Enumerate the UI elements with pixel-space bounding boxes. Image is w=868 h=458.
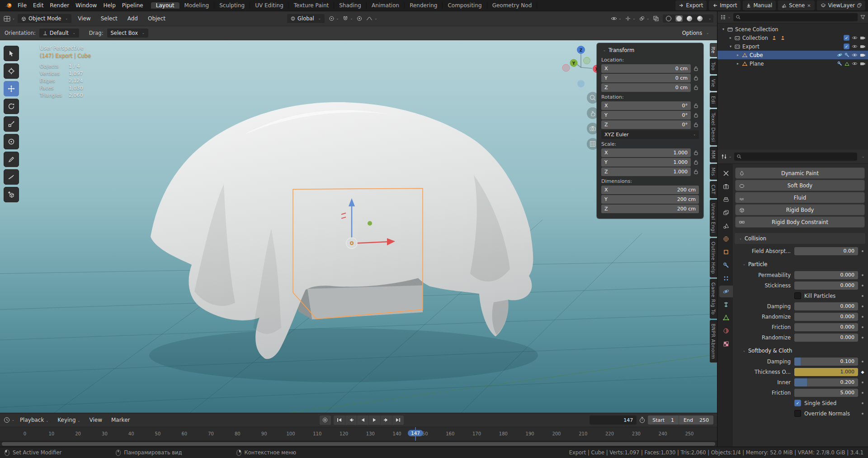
proportional-falloff-button[interactable]: ⌄ [366,16,377,21]
next-keyframe-button[interactable] [381,415,392,425]
sidebar-tab-edit[interactable]: Edi [710,92,717,108]
softbody-damping-slider[interactable]: 0.100 [794,358,858,366]
tab-view-layer[interactable] [719,207,733,219]
timeline-tick[interactable]: 130 [363,431,377,436]
timeline-tick[interactable]: 100 [284,431,297,436]
timeline-tick[interactable]: 20 [71,431,85,436]
tab-object[interactable] [719,246,733,258]
timeline-ruler[interactable]: 0102030405060708090100110120130140150160… [0,427,717,441]
options-dropdown[interactable]: Options ⌄ [679,29,712,38]
scene-unlink-icon[interactable]: ✕ [807,3,811,8]
menu-render[interactable]: Render [47,2,72,9]
rotation-z-field[interactable]: Z0° [601,120,691,129]
timeline-scrollbar[interactable] [0,441,717,447]
mode-dropdown[interactable]: Object Mode ⌄ [18,14,71,23]
timeline-tick[interactable]: 90 [257,431,271,436]
tab-material[interactable] [719,325,733,337]
start-frame-field[interactable]: Start1 [648,415,679,425]
stickiness-field[interactable]: 0.000 [794,281,858,290]
lock-icon[interactable] [693,103,699,108]
softbody-cloth-section-header[interactable]: ⌄ Softbody & Cloth [734,345,866,356]
tab-scene[interactable] [719,220,733,232]
animate-dot[interactable] [860,361,865,363]
tab-constraints[interactable] [719,299,733,310]
timeline-tick[interactable]: 10 [45,431,58,436]
collapse-chevron-icon[interactable]: ⌄ [603,49,606,52]
axis-neg-z-ball[interactable] [577,80,585,87]
animate-dot[interactable] [860,285,865,286]
shading-wireframe[interactable] [665,15,672,22]
render-camera-icon[interactable] [860,62,865,66]
timeline-tick[interactable]: 160 [443,431,457,436]
lock-icon[interactable] [693,160,699,165]
menu-file[interactable]: File [14,2,30,9]
particle-randomize-field[interactable]: 0.000 [794,313,858,321]
render-camera-icon[interactable] [860,36,865,40]
rigid-body-button[interactable]: Rigid Body [735,204,865,215]
animate-dot[interactable] [860,326,865,328]
timeline-tick[interactable]: 50 [151,431,165,436]
timeline-tick[interactable]: 140 [390,431,404,436]
exclude-checkbox[interactable]: ✓ [844,43,849,49]
outliner-search-input[interactable] [733,13,858,21]
animate-dot[interactable] [860,402,865,404]
viewport-canvas[interactable]: User Perspective (147) Export | Cube Obj… [0,40,717,413]
end-frame-field[interactable]: End250 [679,415,713,425]
timeline-tick[interactable]: 170 [470,431,484,436]
chevron-down-icon[interactable]: ⌄ [708,17,711,20]
animate-dot[interactable] [860,392,865,394]
hide-eye-icon[interactable] [852,44,858,48]
rotation-mode-dropdown[interactable]: XYZ Euler ⌄ [601,130,699,139]
export-button[interactable]: Export [675,0,707,10]
timeline-tick[interactable]: 40 [124,431,138,436]
tab-tool[interactable] [719,167,733,179]
outliner-row-plane[interactable]: ▸ Plane [717,59,868,68]
timeline-scrollbar-thumb[interactable] [2,442,715,446]
tool-measure[interactable] [4,169,19,185]
scale-x-field[interactable]: X1.000 [601,148,691,157]
menu-window[interactable]: Window [72,2,100,9]
location-z-field[interactable]: Z0 cm [601,83,691,92]
tool-add-cube[interactable] [4,187,19,202]
timeline-tick[interactable]: 70 [204,431,218,436]
tab-object-data[interactable] [719,312,733,324]
sidebar-tab-game-rig-tools[interactable]: Game Rig To [710,279,717,318]
drag-dropdown[interactable]: Select Box ⌄ [107,29,148,38]
shading-rendered[interactable] [696,15,703,22]
playhead-frame-badge[interactable]: 147 [408,430,423,436]
disclosure-icon[interactable]: ▸ [735,53,741,57]
lock-icon[interactable] [693,66,699,71]
disclosure-icon[interactable]: ▾ [727,44,734,48]
tab-particles[interactable] [719,272,733,284]
sidebar-tab-outline-help[interactable]: Outline Help [710,238,717,277]
outliner-editor-type-button[interactable]: ⌄ [720,14,731,20]
dynamic-paint-button[interactable]: Dynamic Paint [735,167,865,179]
sidebar-tab-view[interactable]: Vie [710,76,717,91]
tool-rotate[interactable] [4,99,19,114]
tab-texture[interactable] [719,338,733,350]
animate-dot[interactable] [860,274,865,276]
scale-z-field[interactable]: Z1.000 [601,167,691,176]
lock-icon[interactable] [693,169,699,174]
render-camera-icon[interactable] [860,53,865,57]
particle-section-header[interactable]: ⌄ Particle [734,259,866,270]
sidebar-tab-item[interactable]: Ite [710,43,717,57]
outliner-row-export[interactable]: ▾ Export ✓ [717,42,868,51]
workspace-tab-texture-paint[interactable]: Texture Paint [289,2,334,9]
axis-neg-y-ball[interactable] [584,57,590,64]
current-frame-field[interactable]: 147 [590,415,637,425]
permeability-field[interactable]: 0.000 [794,271,858,279]
sidebar-tab-bnpr-abnormal[interactable]: BNPR Abnorm [710,320,717,363]
sidebar-tab-mm[interactable]: MM [710,147,717,162]
tool-annotate[interactable] [4,152,19,167]
navigation-gizmo[interactable]: Z Y X [561,44,602,89]
rigid-body-constraint-button[interactable]: Rigid Body Constraint [735,216,865,228]
workspace-tab-geometry-nodes[interactable]: Geometry Nod [487,2,538,9]
fluid-button[interactable]: Fluid [735,192,865,203]
exclude-checkbox[interactable]: ✓ [844,35,849,41]
workspace-tab-compositing[interactable]: Compositing [443,2,487,9]
override-normals-checkbox[interactable] [794,410,801,417]
blender-logo-icon[interactable] [3,2,14,9]
shading-material[interactable] [686,15,693,22]
animate-dot[interactable] [860,413,865,415]
